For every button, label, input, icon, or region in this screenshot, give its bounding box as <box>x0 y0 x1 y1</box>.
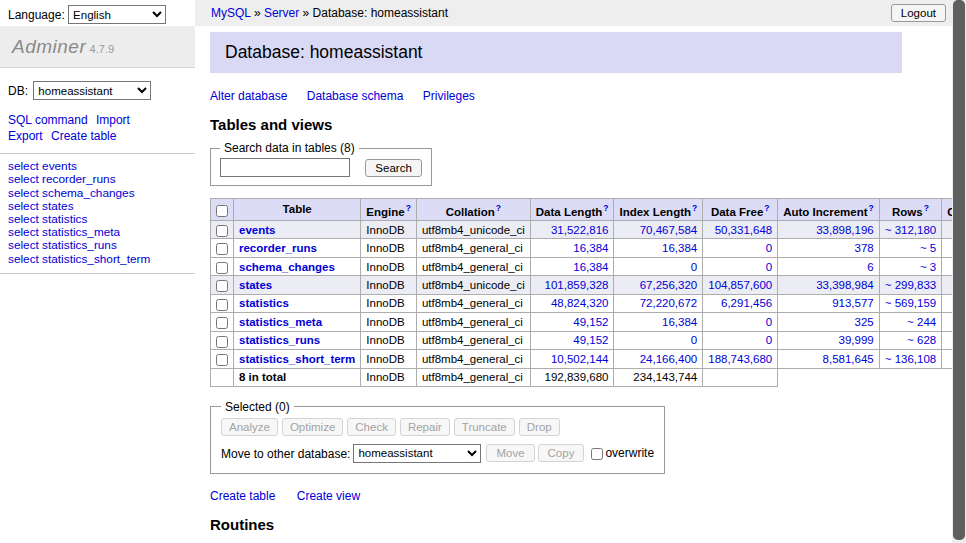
auto-increment-link[interactable]: 39,999 <box>839 334 874 346</box>
link-create-view[interactable]: Create view <box>297 489 360 503</box>
search-input[interactable] <box>220 158 350 177</box>
index-length-link[interactable]: 0 <box>691 261 697 273</box>
link-create-table[interactable]: Create table <box>210 489 275 503</box>
rows-cell: ~ 244 <box>879 313 941 331</box>
sidebar-action-sql-command[interactable]: SQL command <box>8 113 88 127</box>
row-checkbox[interactable] <box>216 354 228 366</box>
doc-help-link[interactable]: ? <box>692 203 697 213</box>
doc-help-link[interactable]: ? <box>603 203 608 213</box>
data-free-link[interactable]: 0 <box>766 242 772 254</box>
rows-link[interactable]: ~ 299,833 <box>885 279 936 291</box>
db-action-database-schema[interactable]: Database schema <box>307 89 404 103</box>
optimize-button[interactable]: Optimize <box>282 418 343 436</box>
auto-increment-link[interactable]: 33,898,196 <box>816 224 874 236</box>
index-length-link[interactable]: 70,467,584 <box>640 224 698 236</box>
data-length-link[interactable]: 101,859,328 <box>545 279 609 291</box>
table-name-link[interactable]: statistics <box>239 297 289 309</box>
table-name-link[interactable]: states <box>239 279 272 291</box>
row-checkbox[interactable] <box>216 280 228 292</box>
data-length-link[interactable]: 31,522,816 <box>551 224 609 236</box>
truncate-button[interactable]: Truncate <box>454 418 515 436</box>
table-row-events: eventsInnoDButf8mb4_unicode_ci31,522,816… <box>211 220 966 238</box>
doc-help-link[interactable]: ? <box>869 203 874 213</box>
auto-increment-link[interactable]: 8,581,645 <box>823 353 874 365</box>
row-checkbox[interactable] <box>216 225 228 237</box>
data-free-link[interactable]: 104,857,600 <box>708 279 772 291</box>
index-length-link[interactable]: 72,220,672 <box>640 297 698 309</box>
index-length-link[interactable]: 0 <box>691 334 697 346</box>
auto-increment-link[interactable]: 325 <box>855 316 874 328</box>
analyze-button[interactable]: Analyze <box>221 418 278 436</box>
auto-increment-link[interactable]: 6 <box>867 261 873 273</box>
data-length-link[interactable]: 49,152 <box>573 316 608 328</box>
db-select[interactable]: homeassistant <box>33 81 151 100</box>
data-free-link[interactable]: 6,291,456 <box>721 297 772 309</box>
sidebar-item-select-statistics-runs[interactable]: select statistics_runs <box>8 239 187 252</box>
data-free-link[interactable]: 188,743,680 <box>708 353 772 365</box>
rows-link[interactable]: ~ 244 <box>907 316 936 328</box>
data-length-link[interactable]: 10,502,144 <box>551 353 609 365</box>
data-length-link[interactable]: 48,824,320 <box>551 297 609 309</box>
sidebar-item-select-schema-changes[interactable]: select schema_changes <box>8 187 187 200</box>
sidebar-action-create-table[interactable]: Create table <box>51 129 116 143</box>
doc-help-link[interactable]: ? <box>406 203 411 213</box>
data-free-link[interactable]: 0 <box>766 261 772 273</box>
data-length-link[interactable]: 16,384 <box>573 261 608 273</box>
rows-link[interactable]: ~ 5 <box>920 242 936 254</box>
row-checkbox[interactable] <box>216 299 228 311</box>
drop-button[interactable]: Drop <box>519 418 560 436</box>
row-checkbox[interactable] <box>216 243 228 255</box>
row-checkbox[interactable] <box>216 336 228 348</box>
sidebar-item-select-recorder-runs[interactable]: select recorder_runs <box>8 173 187 186</box>
tables-heading: Tables and views <box>210 116 902 133</box>
move-db-select[interactable]: homeassistant <box>353 444 481 463</box>
index-length-link[interactable]: 16,384 <box>662 242 697 254</box>
check-button[interactable]: Check <box>347 418 396 436</box>
language-select[interactable]: English <box>68 5 166 24</box>
doc-help-link[interactable]: ? <box>924 203 929 213</box>
db-action-alter-database[interactable]: Alter database <box>210 89 287 103</box>
sidebar-item-select-statistics-short-term[interactable]: select statistics_short_term <box>8 253 187 266</box>
db-action-privileges[interactable]: Privileges <box>423 89 475 103</box>
data-free-link[interactable]: 0 <box>766 316 772 328</box>
breadcrumb-link-mysql[interactable]: MySQL <box>211 6 251 20</box>
breadcrumb-link-server[interactable]: Server <box>264 6 299 20</box>
doc-help-link[interactable]: ? <box>764 203 769 213</box>
index-length-link[interactable]: 67,256,320 <box>640 279 698 291</box>
copy-button[interactable]: Copy <box>538 444 585 462</box>
overwrite-checkbox[interactable] <box>591 448 603 460</box>
rows-link[interactable]: ~ 3 <box>920 261 936 273</box>
vertical-scrollbar[interactable] <box>952 0 966 543</box>
table-name-link[interactable]: statistics_meta <box>239 316 322 328</box>
move-button[interactable]: Move <box>486 444 534 462</box>
sidebar-action-export[interactable]: Export <box>8 129 43 143</box>
table-name-link[interactable]: statistics_short_term <box>239 353 355 365</box>
sidebar-action-import[interactable]: Import <box>96 113 130 127</box>
rows-link[interactable]: ~ 136,108 <box>885 353 936 365</box>
rows-link[interactable]: ~ 569,159 <box>885 297 936 309</box>
rows-link[interactable]: ~ 628 <box>907 334 936 346</box>
search-button[interactable]: Search <box>365 159 421 177</box>
auto-increment-link[interactable]: 33,398,984 <box>816 279 874 291</box>
scrollbar-thumb[interactable] <box>953 0 965 540</box>
row-checkbox[interactable] <box>216 317 228 329</box>
row-checkbox[interactable] <box>216 262 228 274</box>
index-length-link[interactable]: 24,166,400 <box>640 353 698 365</box>
data-free-link[interactable]: 0 <box>766 334 772 346</box>
table-name-link[interactable]: events <box>239 224 275 236</box>
auto-increment-link[interactable]: 913,577 <box>832 297 874 309</box>
data-length-link[interactable]: 49,152 <box>573 334 608 346</box>
doc-help-link[interactable]: ? <box>496 203 501 213</box>
select-all-checkbox[interactable] <box>216 205 228 217</box>
index-length-link[interactable]: 16,384 <box>662 316 697 328</box>
table-name-link[interactable]: schema_changes <box>239 261 335 273</box>
rows-link[interactable]: ~ 312,180 <box>885 224 936 236</box>
table-name-link[interactable]: recorder_runs <box>239 242 317 254</box>
data-length-link[interactable]: 16,384 <box>573 242 608 254</box>
data-free-link[interactable]: 50,331,648 <box>715 224 773 236</box>
repair-button[interactable]: Repair <box>400 418 450 436</box>
table-name-link[interactable]: statistics_runs <box>239 334 320 346</box>
engine-cell: InnoDB <box>361 257 417 275</box>
logout-button[interactable]: Logout <box>891 4 946 22</box>
auto-increment-link[interactable]: 378 <box>855 242 874 254</box>
